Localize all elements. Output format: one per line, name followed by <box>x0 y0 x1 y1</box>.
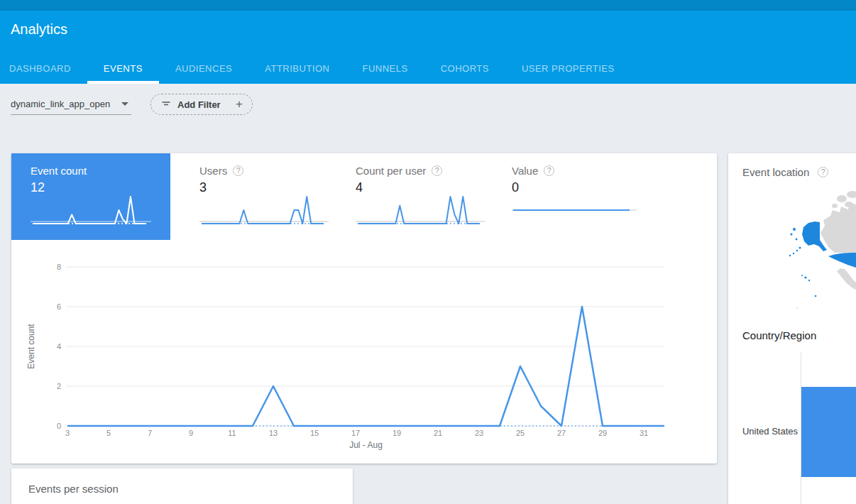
tab-audiences[interactable]: AUDIENCES <box>159 53 248 84</box>
svg-text:9: 9 <box>189 429 193 437</box>
svg-text:Jul - Aug: Jul - Aug <box>349 440 383 450</box>
dropdown-arrow-icon <box>121 102 128 106</box>
metric-label-text: Event count <box>31 165 87 177</box>
app-header: Analytics DASHBOARD EVENTS AUDIENCES ATT… <box>0 9 856 84</box>
svg-text:29: 29 <box>598 429 607 437</box>
help-icon[interactable]: ? <box>432 165 442 176</box>
header-top-strip <box>0 0 856 9</box>
event-select-value: dynamic_link_app_open <box>11 99 110 109</box>
svg-text:15: 15 <box>310 429 319 437</box>
tab-dashboard[interactable]: DASHBOARD <box>0 53 87 84</box>
svg-text:27: 27 <box>557 429 566 437</box>
events-per-session-title: Events per session <box>28 483 119 495</box>
filter-icon <box>160 99 172 110</box>
metric-label: Event count <box>31 165 170 177</box>
svg-text:3: 3 <box>65 429 70 437</box>
metric-tab-value[interactable]: Value ? 0 <box>494 153 650 240</box>
tab-funnels[interactable]: FUNNELS <box>346 53 424 84</box>
event-location-title: Event location <box>742 166 809 178</box>
svg-text:2: 2 <box>57 382 61 390</box>
tab-user-properties[interactable]: USER PROPERTIES <box>505 53 631 84</box>
svg-text:8: 8 <box>57 263 61 271</box>
country-label: United States <box>728 426 798 437</box>
tab-attribution[interactable]: ATTRIBUTION <box>248 53 346 84</box>
help-icon[interactable]: ? <box>818 167 828 177</box>
event-location-header: Event location ? <box>742 166 828 178</box>
svg-text:7: 7 <box>148 429 152 437</box>
event-count-sparkline <box>31 190 151 234</box>
event-select[interactable]: dynamic_link_app_open <box>11 94 131 115</box>
svg-text:21: 21 <box>434 429 442 437</box>
svg-text:31: 31 <box>640 429 648 437</box>
add-filter-button[interactable]: Add Filter + <box>150 94 253 115</box>
users-sparkline <box>199 190 329 234</box>
metric-tab-count-per-user[interactable]: Count per user ? 4 <box>338 153 494 240</box>
svg-text:Event count: Event count <box>26 324 36 369</box>
tab-events[interactable]: EVENTS <box>87 53 159 84</box>
event-count-chart: 0246835791113151719212325272931Jul - Aug… <box>11 240 717 464</box>
plus-icon: + <box>236 97 243 111</box>
country-region-label: Country/Region <box>742 329 816 341</box>
tab-cohorts[interactable]: COHORTS <box>424 53 505 84</box>
metric-label-text: Value <box>512 165 538 177</box>
country-bar <box>801 387 856 477</box>
page-title: Analytics <box>11 21 67 38</box>
help-icon[interactable]: ? <box>544 165 554 176</box>
event-location-card: Event location ? Country/Reg <box>728 153 856 504</box>
metric-tab-users[interactable]: Users ? 3 <box>182 153 338 240</box>
nav-tabs: DASHBOARD EVENTS AUDIENCES ATTRIBUTION F… <box>0 53 631 84</box>
svg-text:4: 4 <box>57 342 61 351</box>
metric-label: Count per user ? <box>356 165 494 177</box>
svg-text:19: 19 <box>393 429 401 437</box>
event-report-card: Event count 12 Users ? 3 Count per user … <box>11 153 717 464</box>
svg-text:13: 13 <box>269 429 278 437</box>
help-icon[interactable]: ? <box>233 165 243 176</box>
world-map <box>728 189 856 338</box>
svg-text:11: 11 <box>228 429 236 437</box>
svg-text:0: 0 <box>57 422 61 430</box>
metric-label: Value ? <box>512 165 650 177</box>
events-per-session-card: Events per session <box>11 469 353 504</box>
metric-label-text: Users <box>199 165 227 177</box>
svg-text:6: 6 <box>57 302 61 311</box>
metric-tab-event-count[interactable]: Event count 12 <box>11 153 170 240</box>
metric-label-text: Count per user <box>356 165 426 177</box>
svg-text:5: 5 <box>106 429 111 437</box>
country-bar-row: United States <box>728 387 856 477</box>
add-filter-label: Add Filter <box>177 99 221 110</box>
metric-label: Users ? <box>199 165 338 177</box>
count-per-user-sparkline <box>356 190 485 234</box>
svg-text:23: 23 <box>475 429 483 437</box>
value-sparkline <box>512 190 641 234</box>
svg-text:17: 17 <box>351 429 360 437</box>
svg-text:25: 25 <box>516 429 525 437</box>
